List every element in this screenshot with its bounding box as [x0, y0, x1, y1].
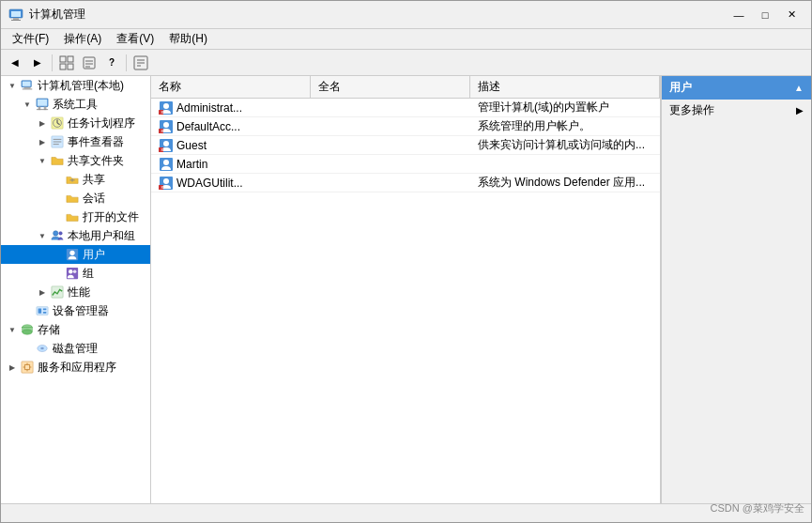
cell-desc-wdag: 系统为 Windows Defender 应用... — [470, 174, 660, 192]
tree-item-disk-mgmt[interactable]: ▶ 磁盘管理 — [1, 339, 150, 358]
tree-item-performance[interactable]: ▶ 性能 — [1, 283, 150, 301]
toolbar-sep-2 — [126, 54, 127, 71]
menu-view[interactable]: 查看(V) — [109, 29, 161, 49]
martin-label: Martin — [176, 158, 207, 171]
tree-item-storage[interactable]: ▼ 存储 — [1, 320, 150, 339]
export-button[interactable] — [130, 53, 151, 73]
cell-fullname-wdag — [311, 182, 470, 184]
svg-rect-2 — [13, 18, 19, 20]
tree-groups-label: 组 — [83, 266, 94, 282]
tree-device-label: 设备管理器 — [53, 303, 109, 319]
tree-performance-label: 性能 — [68, 285, 90, 300]
svg-point-64 — [163, 160, 169, 165]
tree-item-system-tools[interactable]: ▼ 系统工具 — [1, 95, 150, 114]
tree-event-label: 事件查看器 — [68, 134, 124, 150]
menu-help[interactable]: 帮助(H) — [161, 29, 215, 49]
tree-item-open-files[interactable]: ▶ 打开的文件 — [1, 208, 150, 226]
tree-item-root[interactable]: ▼ 计算机管理(本地) — [1, 76, 150, 95]
tree-item-device-manager[interactable]: ▶ 设备管理器 — [1, 301, 150, 320]
expand-perf: ▶ — [35, 285, 50, 300]
forward-button[interactable]: ▶ — [27, 53, 48, 73]
svg-point-56 — [163, 122, 169, 128]
cell-fullname-guest — [311, 145, 470, 146]
tree-storage-label: 存储 — [38, 322, 60, 338]
actions-header-title: 用户 — [669, 80, 692, 96]
table-row[interactable]: X DefaultAcc... 系统管理的用户帐户。 — [151, 117, 660, 136]
tree-item-groups[interactable]: ▶ 组 — [1, 264, 150, 283]
actions-header: 用户 ▲ — [662, 76, 811, 100]
svg-rect-17 — [23, 82, 31, 86]
computer-icon — [20, 78, 35, 93]
svg-rect-24 — [37, 109, 48, 110]
table-row[interactable]: X WDAGUtilit... 系统为 Windows Defender 应用.… — [151, 174, 660, 192]
local-users-icon — [50, 228, 65, 243]
title-buttons: — □ ✕ — [727, 6, 804, 24]
svg-point-60 — [163, 141, 169, 146]
tree-item-services[interactable]: ▶ 服务和应用程序 — [1, 358, 150, 377]
properties-button[interactable] — [79, 53, 100, 73]
expand-task: ▶ — [35, 115, 50, 131]
cell-name-wdag: X WDAGUtilit... — [151, 175, 311, 192]
storage-icon — [20, 322, 35, 337]
table-row[interactable]: Martin — [151, 155, 660, 174]
main-area: ▼ 计算机管理(本地) ▼ — [1, 76, 811, 503]
tree-item-users[interactable]: ▶ 用户 — [1, 245, 150, 264]
tree-services-label: 服务和应用程序 — [38, 360, 116, 376]
admin-user-icon: X — [159, 100, 174, 115]
minimize-button[interactable]: — — [727, 6, 751, 24]
svg-rect-44 — [43, 312, 47, 314]
svg-point-47 — [23, 330, 33, 334]
tree-item-shared-folders[interactable]: ▼ 共享文件夹 — [1, 151, 150, 170]
martin-user-icon — [159, 157, 174, 172]
open-files-icon — [65, 209, 80, 224]
table-row[interactable]: X Guest 供来宾访问计算机或访问域的内... — [151, 136, 660, 155]
export-icon — [133, 55, 148, 70]
toolbar-sep-1 — [52, 54, 53, 71]
tree-item-task-scheduler[interactable]: ▶ 任务计划程序 — [1, 114, 150, 132]
tree-root-label: 计算机管理(本地) — [38, 78, 124, 94]
event-icon — [50, 134, 65, 149]
tree-item-sessions[interactable]: ▶ 会话 — [1, 189, 150, 208]
help-toolbar-button[interactable]: ? — [101, 53, 122, 73]
show-hide-button[interactable] — [56, 53, 77, 73]
toolbar: ◀ ▶ ? — [1, 50, 811, 76]
tree-item-event-viewer[interactable]: ▶ 事件查看器 — [1, 132, 150, 151]
expand-event: ▶ — [35, 134, 50, 149]
more-actions-item[interactable]: 更多操作 ▶ — [662, 100, 811, 121]
wdag-user-icon: X — [159, 176, 174, 191]
menu-file[interactable]: 文件(F) — [5, 29, 56, 49]
disk-icon — [35, 341, 50, 356]
svg-point-38 — [69, 269, 72, 273]
cell-name-default: X DefaultAcc... — [151, 118, 311, 135]
svg-rect-40 — [52, 286, 63, 298]
tree-open-files-label: 打开的文件 — [83, 209, 139, 225]
groups-icon — [65, 266, 80, 281]
svg-point-34 — [59, 232, 63, 236]
tree-item-shares[interactable]: ▶ 共享 — [1, 170, 150, 189]
tree-item-local-users[interactable]: ▼ 本地用户和组 — [1, 226, 150, 245]
list-header: 名称 全名 描述 — [151, 76, 660, 99]
table-row[interactable]: X Administrat... 管理计算机(域)的内置帐户 — [151, 99, 660, 117]
expand-services: ▶ — [5, 360, 20, 375]
cell-fullname-martin — [311, 163, 470, 165]
svg-rect-18 — [24, 87, 31, 89]
maximize-button[interactable]: □ — [753, 6, 777, 24]
title-bar-left: 计算机管理 — [8, 7, 85, 23]
tree-shares-label: 共享 — [83, 172, 105, 188]
expand-shared: ▼ — [35, 153, 50, 168]
back-button[interactable]: ◀ — [5, 53, 25, 73]
col-header-desc[interactable]: 描述 — [470, 76, 660, 98]
title-bar: 计算机管理 — □ ✕ — [1, 1, 811, 29]
menu-action[interactable]: 操作(A) — [56, 29, 109, 49]
tree-system-tools-label: 系统工具 — [53, 97, 98, 113]
shares-icon — [65, 172, 80, 187]
tree-disk-label: 磁盘管理 — [53, 341, 98, 357]
tree-sessions-label: 会话 — [83, 191, 105, 207]
properties-icon — [82, 55, 97, 70]
svg-point-52 — [163, 103, 169, 109]
close-button[interactable]: ✕ — [779, 6, 804, 24]
svg-text:X: X — [161, 147, 164, 152]
col-header-name[interactable]: 名称 — [151, 76, 311, 98]
status-bar — [1, 503, 811, 522]
col-header-fullname[interactable]: 全名 — [311, 76, 470, 98]
